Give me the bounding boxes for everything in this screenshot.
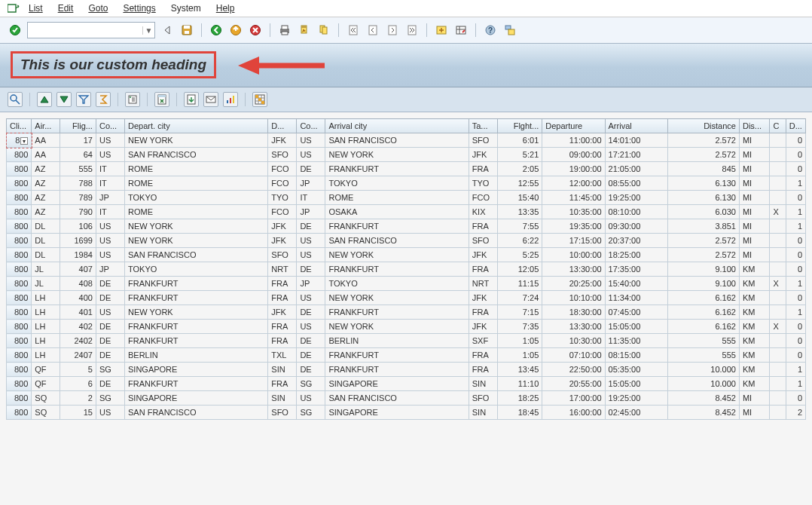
table-row[interactable]: 800QF6DEFRANKFURTFRASGSINGAPORESIN11:102…: [7, 377, 806, 391]
col-header-d2[interactable]: D...: [786, 119, 805, 133]
cell-d: JFK: [268, 133, 297, 148]
table-row[interactable]: 800AZ790ITROMEFCOJPOSAKAKIX13:3510:35:00…: [7, 205, 806, 219]
change-layout-icon[interactable]: [252, 92, 267, 107]
col-header-distance[interactable]: Distance: [667, 119, 739, 133]
col-header-arrcity[interactable]: Arrival city: [325, 119, 469, 133]
table-row[interactable]: 800AZ789JPTOKYOTYOITROMEFCO15:4011:45:00…: [7, 191, 806, 205]
col-header-ta[interactable]: Ta...: [469, 119, 497, 133]
col-header-cli[interactable]: Cli...: [7, 119, 32, 133]
menu-list[interactable]: List: [29, 3, 43, 14]
cell-d2: 2: [786, 406, 805, 420]
enter-icon[interactable]: [8, 23, 23, 38]
print-preview-icon[interactable]: [125, 92, 140, 107]
cell-cli: 800: [7, 391, 32, 406]
col-header-departure[interactable]: Departure: [542, 119, 605, 133]
col-header-flig[interactable]: Flig...: [60, 119, 96, 133]
prev-page-icon[interactable]: [365, 23, 380, 38]
svg-rect-10: [282, 32, 288, 35]
cell-flig: 788: [60, 176, 96, 191]
help-icon[interactable]: ?: [483, 23, 498, 38]
table-row[interactable]: 800LH2402DEFRANKFURTFRADEBERLINSXF1:0510…: [7, 334, 806, 348]
find-next-icon[interactable]: [316, 23, 331, 38]
cell-co2: DE: [297, 219, 325, 234]
command-dropdown-icon[interactable]: ▼: [142, 26, 154, 35]
graphic-icon[interactable]: [223, 92, 238, 107]
back-triangle-icon[interactable]: [160, 23, 175, 38]
cell-depcity: TOKYO: [125, 262, 268, 277]
cell-c: [770, 148, 786, 162]
local-layout-icon[interactable]: [502, 23, 517, 38]
table-row[interactable]: 800LH2407DEBERLINTXLDEFRANKFURTFRA1:0507…: [7, 348, 806, 363]
cell-cli: 800: [7, 305, 32, 320]
col-header-dis[interactable]: Dis...: [739, 119, 769, 133]
col-header-arrival[interactable]: Arrival: [605, 119, 667, 133]
cell-co2: DE: [297, 305, 325, 320]
col-header-air[interactable]: Air...: [32, 119, 60, 133]
sum-icon[interactable]: [96, 92, 111, 107]
cell-d2: 0: [786, 148, 805, 162]
nav-back-icon[interactable]: [209, 23, 224, 38]
next-page-icon[interactable]: [385, 23, 400, 38]
table-row[interactable]: 800LH400DEFRANKFURTFRAUSNEW YORKJFK7:241…: [7, 291, 806, 305]
find-icon[interactable]: [297, 23, 312, 38]
table-row[interactable]: 800DL1699USNEW YORKJFKUSSAN FRANCISCOSFO…: [7, 234, 806, 248]
table-row[interactable]: 800DL106USNEW YORKJFKDEFRANKFURTFRA7:551…: [7, 219, 806, 234]
col-header-d[interactable]: D...: [268, 119, 297, 133]
table-row[interactable]: 800DL1984USSAN FRANCISCOSFOUSNEW YORKJFK…: [7, 248, 806, 262]
cell-c: X: [770, 277, 786, 291]
col-header-depcity[interactable]: Depart. city: [125, 119, 268, 133]
details-icon[interactable]: [8, 92, 23, 107]
save-icon[interactable]: [179, 23, 194, 38]
nav-exit-icon[interactable]: [228, 23, 243, 38]
cell-air: LH: [32, 320, 60, 334]
cell-co1: US: [96, 148, 124, 162]
table-row[interactable]: 800SQ15USSAN FRANCISCOSFOSGSINGAPORESIN1…: [7, 406, 806, 420]
separator: [270, 23, 270, 37]
menu-settings[interactable]: Settings: [123, 3, 155, 14]
col-header-co2[interactable]: Co...: [297, 119, 325, 133]
cell-arrcity: SAN FRANCISCO: [325, 133, 469, 148]
cell-ta: TYO: [469, 176, 497, 191]
cell-distance: 555: [667, 334, 739, 348]
table-row[interactable]: 800AZ555ITROMEFCODEFRANKFURTFRA2:0519:00…: [7, 162, 806, 176]
cell-d2: 0: [786, 291, 805, 305]
cell-departure: 20:55:00: [542, 377, 605, 391]
menu-goto[interactable]: Goto: [88, 3, 108, 14]
col-header-c[interactable]: C: [770, 119, 786, 133]
cell-co2: JP: [297, 277, 325, 291]
layout-icon[interactable]: [453, 23, 469, 38]
table-row[interactable]: 800JL408DEFRANKFURTFRAJPTOKYONRT11:1520:…: [7, 277, 806, 291]
command-input[interactable]: [28, 23, 142, 38]
table-row[interactable]: 800JL407JPTOKYONRTDEFRANKFURTFRA12:0513:…: [7, 262, 806, 277]
table-row[interactable]: 800LH401USNEW YORKJFKDEFRANKFURTFRA7:151…: [7, 305, 806, 320]
cancel-icon[interactable]: [248, 23, 263, 38]
cell-dis: MI: [739, 148, 769, 162]
sort-asc-icon[interactable]: [37, 92, 52, 107]
first-page-icon[interactable]: [346, 23, 361, 38]
sort-desc-icon[interactable]: [56, 92, 72, 107]
menu-help[interactable]: Help: [216, 3, 235, 14]
col-header-co1[interactable]: Co...: [96, 119, 124, 133]
new-session-icon[interactable]: [434, 23, 449, 38]
last-page-icon[interactable]: [404, 23, 420, 38]
table-row[interactable]: 800AA64USSAN FRANCISCOSFOUSNEW YORKJFK5:…: [7, 148, 806, 162]
cell-co2: JP: [297, 205, 325, 219]
menu-edit[interactable]: Edit: [58, 3, 74, 14]
table-row[interactable]: 800LH402DEFRANKFURTFRAUSNEW YORKJFK7:351…: [7, 320, 806, 334]
cell-d: FRA: [268, 291, 297, 305]
table-row[interactable]: 8▾AA17USNEW YORKJFKUSSAN FRANCISCOSFO6:0…: [7, 133, 806, 148]
cell-depcity: SAN FRANCISCO: [125, 248, 268, 262]
table-row[interactable]: 800AZ788ITROMEFCOJPTOKYOTYO12:5512:00:00…: [7, 176, 806, 191]
filter-icon[interactable]: [76, 92, 91, 107]
mail-icon[interactable]: [203, 92, 218, 107]
table-row[interactable]: 800SQ2SGSINGAPORESINUSSAN FRANCISCOSFO18…: [7, 391, 806, 406]
export-local-icon[interactable]: [184, 92, 199, 107]
menu-system[interactable]: System: [171, 3, 201, 14]
export-excel-icon[interactable]: [154, 92, 169, 107]
table-row[interactable]: 800QF5SGSINGAPORESINDEFRANKFURTFRA13:452…: [7, 363, 806, 377]
command-field[interactable]: ▼: [27, 22, 155, 38]
col-header-flght[interactable]: Flght...: [497, 119, 542, 133]
cell-d2: 1: [786, 176, 805, 191]
print-icon[interactable]: [277, 23, 292, 38]
cell-flght: 18:25: [497, 391, 542, 406]
